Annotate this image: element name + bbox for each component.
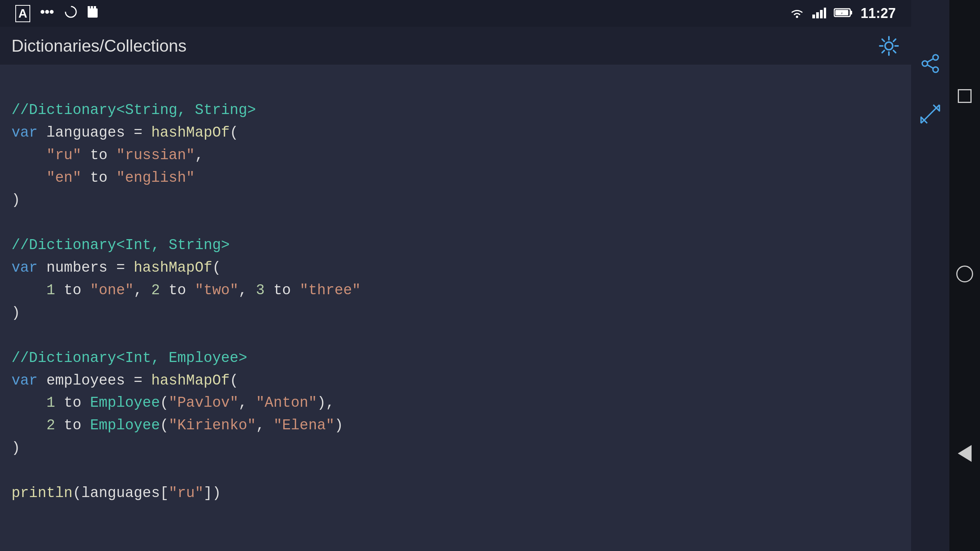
triangle-icon bbox=[958, 445, 972, 462]
wifi-icon bbox=[789, 7, 805, 20]
svg-point-0 bbox=[41, 10, 44, 14]
svg-point-3 bbox=[65, 7, 76, 17]
expand-button[interactable] bbox=[920, 104, 940, 124]
status-bar-right: ⚡ 11:27 bbox=[789, 5, 896, 21]
svg-rect-6 bbox=[91, 6, 93, 11]
sd-icon bbox=[87, 5, 98, 21]
svg-point-18 bbox=[933, 55, 938, 60]
svg-point-8 bbox=[796, 16, 798, 18]
comment-1: //Dictionary<String, String> bbox=[11, 102, 256, 118]
code-area: //Dictionary<String, String> var languag… bbox=[0, 65, 911, 551]
status-bar-left: A bbox=[15, 5, 98, 22]
circle-icon bbox=[956, 266, 973, 282]
spinner-icon bbox=[64, 5, 78, 22]
back-button[interactable] bbox=[958, 445, 972, 462]
signal-icon bbox=[812, 7, 826, 20]
app-bar: Dictionaries/Collections bbox=[0, 27, 911, 65]
svg-point-19 bbox=[922, 61, 928, 66]
battery-icon: ⚡ bbox=[834, 7, 853, 20]
settings-button[interactable] bbox=[878, 35, 900, 57]
recent-apps-button[interactable] bbox=[958, 89, 972, 103]
svg-point-17 bbox=[885, 42, 893, 50]
status-bar: A bbox=[0, 0, 911, 27]
svg-rect-12 bbox=[824, 8, 826, 18]
svg-line-22 bbox=[928, 65, 933, 68]
svg-rect-10 bbox=[816, 12, 819, 18]
home-button[interactable] bbox=[956, 266, 973, 282]
square-icon bbox=[958, 89, 972, 103]
svg-point-2 bbox=[50, 10, 54, 14]
svg-line-21 bbox=[928, 59, 933, 62]
kw-var-1: var bbox=[11, 124, 38, 141]
main-content: A bbox=[0, 0, 911, 551]
svg-point-20 bbox=[933, 67, 938, 72]
right-sidebar bbox=[911, 0, 949, 551]
svg-rect-14 bbox=[850, 11, 852, 15]
svg-text:⚡: ⚡ bbox=[841, 11, 843, 16]
svg-rect-5 bbox=[88, 6, 90, 11]
svg-rect-11 bbox=[820, 10, 823, 18]
dots-icon bbox=[39, 6, 55, 21]
share-button[interactable] bbox=[920, 54, 940, 73]
svg-rect-9 bbox=[812, 15, 815, 18]
code-content: //Dictionary<String, String> var languag… bbox=[11, 77, 900, 527]
svg-rect-7 bbox=[94, 6, 96, 11]
app-title: Dictionaries/Collections bbox=[11, 36, 186, 55]
status-time: 11:27 bbox=[861, 5, 896, 21]
a-icon: A bbox=[15, 5, 30, 22]
svg-point-1 bbox=[45, 10, 49, 14]
system-bar bbox=[949, 0, 980, 551]
